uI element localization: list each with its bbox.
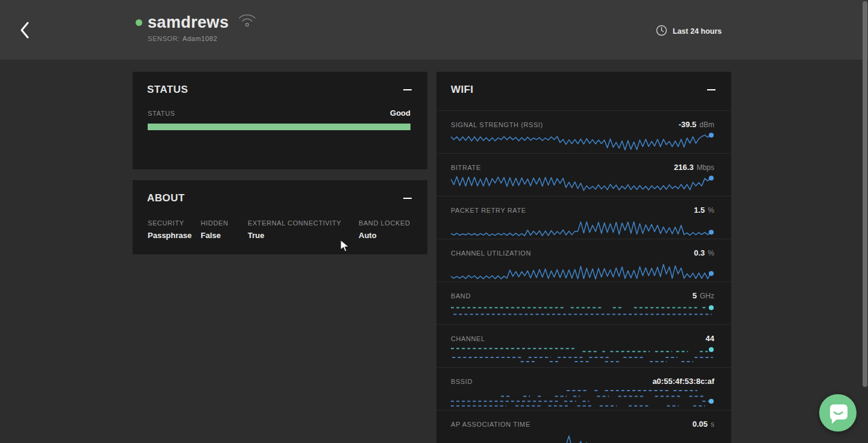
chat-launcher-button[interactable]	[819, 394, 857, 432]
about-fields: SECURITY Passphrase HIDDEN False EXTERNA…	[133, 219, 427, 240]
status-card-title: STATUS	[147, 84, 188, 96]
metric-label: BSSID	[451, 378, 473, 385]
about-card: ABOUT SECURITY Passphrase HIDDEN False E…	[133, 180, 427, 254]
metric-value: a0:55:4f:53:8c:af	[652, 377, 714, 386]
about-field-value: True	[248, 231, 359, 240]
minus-icon	[403, 198, 412, 199]
about-field: SECURITY Passphrase	[148, 219, 201, 240]
status-metric-value: Good	[390, 108, 410, 118]
wifi-card: WIFI SIGNAL STRENGTH (RSSI) -39.5dBm BIT…	[436, 72, 731, 443]
clock-icon	[656, 25, 667, 38]
metric-value-group: 216.3Mbps	[674, 162, 714, 172]
about-field-label: BAND LOCKED	[359, 219, 412, 227]
status-bar-fill	[148, 124, 410, 130]
wifi-metric-row: AP ASSOCIATION TIME 0.05s	[436, 410, 731, 443]
sensor-value: Adam1082	[183, 35, 218, 42]
metric-value-group: 0.3%	[694, 247, 714, 258]
minus-icon	[707, 89, 715, 90]
about-card-title: ABOUT	[147, 192, 184, 204]
metric-sparkline	[451, 261, 714, 280]
about-field-value: Auto	[359, 231, 412, 240]
metric-value: 1.5	[694, 206, 705, 215]
metric-label: CHANNEL UTILIZATION	[451, 250, 531, 257]
metric-sparkline	[451, 389, 714, 409]
about-field-value: Passphrase	[148, 231, 201, 240]
metric-sparkline	[451, 133, 714, 152]
collapse-status-button[interactable]	[402, 86, 413, 94]
page-title: samdrews	[148, 13, 228, 32]
metric-value-group: -39.5dBm	[679, 119, 714, 130]
app-header: samdrews SENSOR:Adam1082 Last 24 hours	[0, 0, 868, 60]
metric-sparkline	[451, 304, 714, 323]
metric-value-group: 44	[706, 333, 714, 344]
chat-bubble-icon	[819, 424, 857, 433]
metric-value-group: 1.5%	[694, 204, 714, 215]
wifi-metric-list: SIGNAL STRENGTH (RSSI) -39.5dBm BITRATE …	[436, 110, 731, 443]
time-range-label: Last 24 hours	[673, 27, 722, 36]
metric-label: CHANNEL	[451, 335, 485, 342]
metric-value: 216.3	[674, 163, 694, 172]
wifi-metric-row: CHANNEL 44	[436, 324, 731, 367]
sensor-label: SENSOR:	[148, 35, 180, 42]
metric-sparkline	[451, 347, 714, 366]
about-field-value: False	[201, 231, 248, 240]
about-field-label: EXTERNAL CONNECTIVITY	[248, 219, 359, 227]
back-button[interactable]	[14, 20, 35, 41]
device-title-block: samdrews SENSOR:Adam1082	[136, 13, 257, 42]
metric-label: AP ASSOCIATION TIME	[451, 421, 530, 428]
metric-value-group: 5GHz	[693, 290, 714, 301]
metric-label: PACKET RETRY RATE	[451, 207, 526, 214]
metric-unit: GHz	[700, 292, 714, 300]
status-card: STATUS STATUS Good	[133, 72, 427, 169]
metric-unit: %	[708, 249, 714, 257]
metric-unit: s	[711, 420, 714, 429]
metric-label: SIGNAL STRENGTH (RSSI)	[451, 121, 543, 128]
wifi-metric-row: CHANNEL UTILIZATION 0.3%	[436, 239, 731, 281]
collapse-wifi-button[interactable]	[706, 86, 717, 94]
metric-sparkline	[451, 218, 714, 237]
metric-value: 0.3	[694, 248, 705, 257]
wifi-metric-row: BSSID a0:55:4f:53:8c:af	[436, 367, 731, 410]
sensor-row: SENSOR:Adam1082	[148, 35, 257, 42]
metric-value: 44	[706, 334, 714, 343]
about-field: EXTERNAL CONNECTIVITY True	[248, 219, 359, 240]
time-range-selector[interactable]: Last 24 hours	[656, 25, 722, 38]
about-field-label: SECURITY	[148, 219, 201, 227]
metric-label: BITRATE	[451, 164, 481, 171]
metric-label: BAND	[451, 292, 471, 300]
metric-sparkline	[451, 175, 714, 195]
scrollbar-track[interactable]	[862, 0, 868, 443]
metric-value: 0.05	[693, 419, 708, 429]
metric-unit: dBm	[699, 121, 714, 129]
metric-unit: %	[708, 206, 714, 215]
metric-value: 5	[693, 291, 697, 300]
metric-unit: Mbps	[697, 163, 714, 172]
wifi-icon	[237, 13, 257, 31]
wifi-metric-row: SIGNAL STRENGTH (RSSI) -39.5dBm	[436, 110, 731, 153]
wifi-metric-row: BITRATE 216.3Mbps	[436, 153, 731, 196]
about-field-label: HIDDEN	[201, 219, 248, 227]
status-metric-label: STATUS	[148, 110, 175, 117]
status-bar	[148, 124, 410, 130]
metric-sparkline	[451, 432, 714, 443]
wifi-metric-row: PACKET RETRY RATE 1.5%	[436, 196, 731, 239]
metric-value: -39.5	[679, 120, 697, 129]
minus-icon	[403, 89, 412, 90]
online-status-dot	[136, 19, 142, 26]
chevron-left-icon	[19, 32, 30, 41]
collapse-about-button[interactable]	[402, 194, 413, 203]
about-field: BAND LOCKED Auto	[359, 219, 412, 240]
wifi-card-title: WIFI	[451, 84, 473, 96]
metric-value-group: a0:55:4f:53:8c:af	[652, 375, 714, 386]
about-field: HIDDEN False	[201, 219, 248, 240]
scrollbar-thumb[interactable]	[863, 1, 867, 387]
metric-value-group: 0.05s	[693, 418, 714, 429]
wifi-metric-row: BAND 5GHz	[436, 281, 731, 324]
